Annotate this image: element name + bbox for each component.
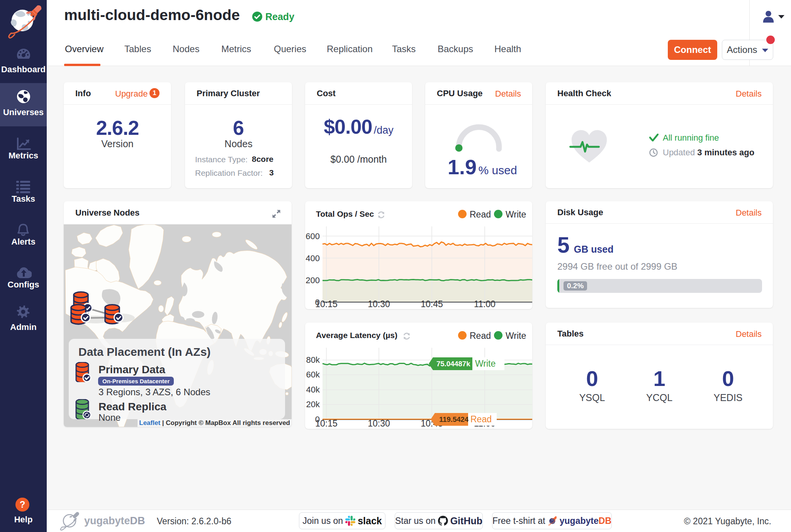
svg-text:11:00: 11:00 [474,299,496,309]
svg-text:10:30: 10:30 [368,299,390,309]
svg-text:10:45: 10:45 [421,299,443,309]
svg-text:119.5424: 119.5424 [439,415,469,423]
svg-text:20k: 20k [306,399,320,409]
svg-text:10:15: 10:15 [315,418,338,428]
svg-text:Write: Write [475,359,496,369]
svg-text:200: 200 [306,275,320,285]
svg-text:10:15: 10:15 [315,299,338,309]
svg-text:60k: 60k [306,370,320,379]
svg-text:75.04487k: 75.04487k [436,360,470,368]
svg-text:10:30: 10:30 [368,418,390,428]
svg-text:40k: 40k [306,385,320,394]
svg-text:400: 400 [306,253,320,263]
svg-text:600: 600 [306,231,320,241]
svg-text:80k: 80k [306,355,320,365]
svg-text:Read: Read [470,414,492,424]
